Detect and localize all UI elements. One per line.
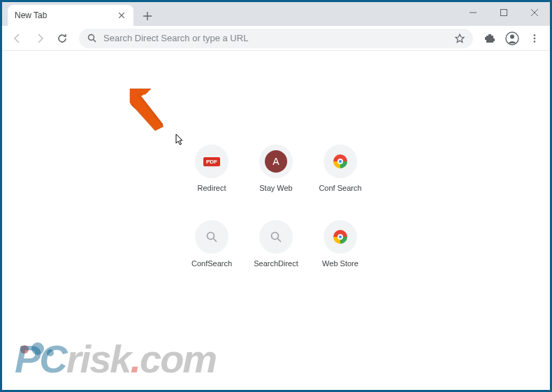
svg-point-4 [534,34,536,36]
tab-title: New Tab [15,10,117,20]
svg-point-8 [272,233,279,240]
shortcut-redirect[interactable]: PDF Redirect [180,142,243,205]
back-button[interactable] [8,29,27,48]
pdf-icon: PDF [195,145,228,178]
new-tab-page: PDF Redirect A Stay Web Conf Search Conf… [2,51,550,390]
profile-icon[interactable] [502,29,522,48]
shortcut-label: SearchDirect [254,259,298,268]
svg-point-5 [534,37,536,39]
search-icon [87,34,96,43]
shortcut-label: ConfSearch [191,259,232,268]
shortcut-searchdirect[interactable]: SearchDirect [245,217,307,280]
forward-button[interactable] [30,29,50,48]
search-icon [195,220,228,254]
svg-point-3 [510,34,514,38]
omnibox[interactable]: Search Direct Search or type a URL [79,29,473,48]
chrome-icon [324,220,357,254]
watermark-dot: . [130,337,140,381]
close-icon[interactable] [117,10,126,20]
svg-point-7 [208,233,215,240]
toolbar: Search Direct Search or type a URL [2,26,550,51]
svg-point-6 [534,41,536,43]
avatar-icon: A [259,145,293,178]
window-close-button[interactable] [519,2,550,23]
maximize-button[interactable] [488,2,519,23]
shortcut-confsearch[interactable]: ConfSearch [180,217,243,280]
reload-button[interactable] [52,29,72,48]
new-tab-button[interactable] [138,6,157,26]
watermark-pc: PC [15,337,66,381]
shortcut-conf-search[interactable]: Conf Search [309,142,372,205]
arrow-annotation [124,86,180,138]
watermark-com: com [140,337,216,381]
extensions-icon[interactable] [480,29,500,48]
search-icon [259,220,293,254]
chrome-icon [324,145,357,178]
omnibox-placeholder: Search Direct Search or type a URL [103,33,448,43]
shortcut-label: Stay Web [259,184,293,192]
window-controls [458,2,550,23]
shortcut-label: Web Store [322,259,358,268]
shortcut-stay-web[interactable]: A Stay Web [245,142,307,205]
tab-strip: New Tab [2,2,550,26]
shortcut-label: Conf Search [319,184,361,192]
svg-point-1 [89,35,94,41]
watermark-risk: risk [66,337,131,381]
shortcut-web-store[interactable]: Web Store [309,217,372,280]
watermark: PCrisk.com [15,336,216,382]
shortcut-label: Redirect [198,184,226,192]
svg-marker-9 [130,89,164,131]
bookmark-star-icon[interactable] [455,34,465,43]
svg-rect-0 [501,10,507,16]
menu-icon[interactable] [525,29,544,48]
minimize-button[interactable] [458,2,488,23]
tab-new-tab[interactable]: New Tab [8,5,133,26]
shortcuts-grid: PDF Redirect A Stay Web Conf Search Conf… [180,142,372,280]
